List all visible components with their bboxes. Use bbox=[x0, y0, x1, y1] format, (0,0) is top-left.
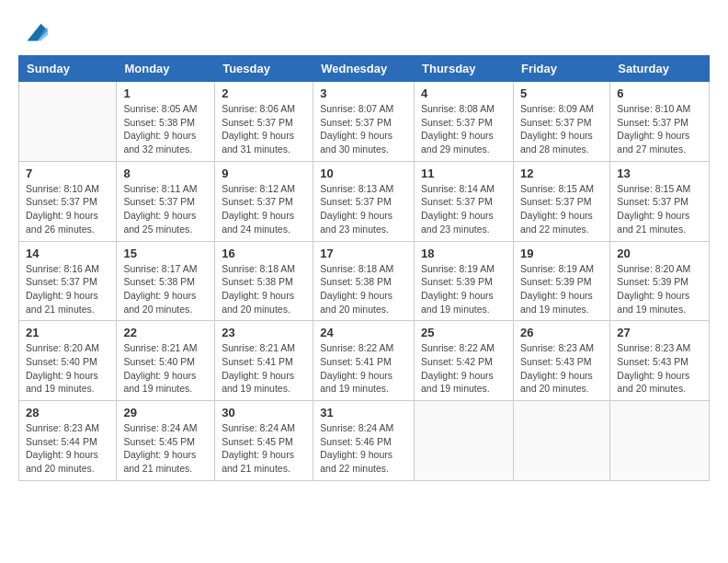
day-number: 5 bbox=[520, 86, 603, 100]
calendar-day-cell: 4Sunrise: 8:08 AMSunset: 5:37 PMDaylight… bbox=[415, 82, 514, 162]
day-info: Sunrise: 8:23 AMSunset: 5:43 PMDaylight:… bbox=[617, 341, 702, 396]
day-info: Sunrise: 8:10 AMSunset: 5:37 PMDaylight:… bbox=[26, 182, 109, 236]
day-number: 2 bbox=[222, 86, 306, 100]
day-number: 21 bbox=[26, 326, 109, 339]
calendar-week-row: 14Sunrise: 8:16 AMSunset: 5:37 PMDayligh… bbox=[19, 241, 710, 321]
day-number: 3 bbox=[320, 86, 407, 100]
day-number: 1 bbox=[123, 86, 208, 100]
day-info: Sunrise: 8:13 AMSunset: 5:37 PMDaylight:… bbox=[320, 182, 407, 236]
calendar-day-cell: 26Sunrise: 8:23 AMSunset: 5:43 PMDayligh… bbox=[513, 321, 609, 401]
day-number: 16 bbox=[222, 247, 306, 260]
empty-cell bbox=[415, 401, 514, 481]
day-info: Sunrise: 8:08 AMSunset: 5:37 PMDaylight:… bbox=[421, 102, 506, 156]
day-number: 9 bbox=[222, 167, 306, 180]
day-info: Sunrise: 8:22 AMSunset: 5:41 PMDaylight:… bbox=[320, 341, 407, 396]
day-number: 20 bbox=[617, 247, 702, 260]
weekday-header-thursday: Thursday bbox=[415, 56, 514, 82]
weekday-header-saturday: Saturday bbox=[610, 56, 710, 82]
day-info: Sunrise: 8:18 AMSunset: 5:38 PMDaylight:… bbox=[320, 262, 407, 316]
day-info: Sunrise: 8:15 AMSunset: 5:37 PMDaylight:… bbox=[617, 182, 702, 236]
day-number: 29 bbox=[123, 406, 208, 419]
calendar-day-cell: 24Sunrise: 8:22 AMSunset: 5:41 PMDayligh… bbox=[313, 321, 415, 401]
calendar-day-cell: 28Sunrise: 8:23 AMSunset: 5:44 PMDayligh… bbox=[19, 401, 117, 481]
day-number: 6 bbox=[617, 86, 702, 100]
calendar-day-cell: 11Sunrise: 8:14 AMSunset: 5:37 PMDayligh… bbox=[415, 161, 514, 241]
day-number: 26 bbox=[520, 326, 603, 339]
page-container: SundayMondayTuesdayWednesdayThursdayFrid… bbox=[0, 0, 728, 490]
calendar-day-cell: 25Sunrise: 8:22 AMSunset: 5:42 PMDayligh… bbox=[415, 321, 514, 401]
weekday-header-row: SundayMondayTuesdayWednesdayThursdayFrid… bbox=[19, 56, 710, 82]
calendar-week-row: 7Sunrise: 8:10 AMSunset: 5:37 PMDaylight… bbox=[19, 161, 710, 241]
day-info: Sunrise: 8:23 AMSunset: 5:44 PMDaylight:… bbox=[26, 421, 109, 476]
day-number: 27 bbox=[617, 326, 702, 339]
logo-icon bbox=[20, 18, 48, 46]
day-info: Sunrise: 8:20 AMSunset: 5:40 PMDaylight:… bbox=[26, 341, 109, 396]
calendar-day-cell: 23Sunrise: 8:21 AMSunset: 5:41 PMDayligh… bbox=[215, 321, 313, 401]
calendar-day-cell: 1Sunrise: 8:05 AMSunset: 5:38 PMDaylight… bbox=[117, 82, 215, 162]
day-number: 17 bbox=[320, 247, 407, 260]
calendar-day-cell: 12Sunrise: 8:15 AMSunset: 5:37 PMDayligh… bbox=[513, 161, 609, 241]
calendar-day-cell: 30Sunrise: 8:24 AMSunset: 5:45 PMDayligh… bbox=[215, 401, 313, 481]
calendar-day-cell: 16Sunrise: 8:18 AMSunset: 5:38 PMDayligh… bbox=[215, 241, 313, 321]
day-info: Sunrise: 8:15 AMSunset: 5:37 PMDaylight:… bbox=[520, 182, 603, 236]
day-info: Sunrise: 8:21 AMSunset: 5:41 PMDaylight:… bbox=[222, 341, 306, 396]
day-number: 24 bbox=[320, 326, 407, 339]
calendar-day-cell: 2Sunrise: 8:06 AMSunset: 5:37 PMDaylight… bbox=[215, 82, 313, 162]
day-number: 18 bbox=[421, 247, 506, 260]
day-info: Sunrise: 8:24 AMSunset: 5:46 PMDaylight:… bbox=[320, 421, 407, 476]
day-info: Sunrise: 8:05 AMSunset: 5:38 PMDaylight:… bbox=[123, 102, 208, 156]
day-info: Sunrise: 8:24 AMSunset: 5:45 PMDaylight:… bbox=[123, 421, 208, 476]
day-number: 4 bbox=[421, 86, 506, 100]
day-number: 7 bbox=[26, 167, 109, 180]
calendar-day-cell: 27Sunrise: 8:23 AMSunset: 5:43 PMDayligh… bbox=[610, 321, 710, 401]
calendar-week-row: 1Sunrise: 8:05 AMSunset: 5:38 PMDaylight… bbox=[19, 82, 710, 162]
day-info: Sunrise: 8:19 AMSunset: 5:39 PMDaylight:… bbox=[520, 262, 603, 316]
calendar-day-cell: 29Sunrise: 8:24 AMSunset: 5:45 PMDayligh… bbox=[117, 401, 215, 481]
calendar-day-cell: 13Sunrise: 8:15 AMSunset: 5:37 PMDayligh… bbox=[610, 161, 710, 241]
calendar-day-cell: 18Sunrise: 8:19 AMSunset: 5:39 PMDayligh… bbox=[415, 241, 514, 321]
calendar-day-cell: 8Sunrise: 8:11 AMSunset: 5:37 PMDaylight… bbox=[117, 161, 215, 241]
day-info: Sunrise: 8:06 AMSunset: 5:37 PMDaylight:… bbox=[222, 102, 306, 156]
weekday-header-monday: Monday bbox=[117, 56, 215, 82]
day-info: Sunrise: 8:16 AMSunset: 5:37 PMDaylight:… bbox=[26, 262, 109, 316]
day-info: Sunrise: 8:17 AMSunset: 5:38 PMDaylight:… bbox=[123, 262, 208, 316]
calendar-day-cell: 19Sunrise: 8:19 AMSunset: 5:39 PMDayligh… bbox=[513, 241, 609, 321]
calendar-day-cell: 10Sunrise: 8:13 AMSunset: 5:37 PMDayligh… bbox=[313, 161, 415, 241]
day-info: Sunrise: 8:22 AMSunset: 5:42 PMDaylight:… bbox=[421, 341, 506, 396]
day-info: Sunrise: 8:14 AMSunset: 5:37 PMDaylight:… bbox=[421, 182, 506, 236]
day-number: 25 bbox=[421, 326, 506, 339]
calendar-day-cell: 20Sunrise: 8:20 AMSunset: 5:39 PMDayligh… bbox=[610, 241, 710, 321]
day-info: Sunrise: 8:09 AMSunset: 5:37 PMDaylight:… bbox=[520, 102, 603, 156]
day-info: Sunrise: 8:12 AMSunset: 5:37 PMDaylight:… bbox=[222, 182, 306, 236]
day-info: Sunrise: 8:21 AMSunset: 5:40 PMDaylight:… bbox=[123, 341, 208, 396]
empty-cell bbox=[19, 82, 117, 162]
day-info: Sunrise: 8:07 AMSunset: 5:37 PMDaylight:… bbox=[320, 102, 407, 156]
day-info: Sunrise: 8:24 AMSunset: 5:45 PMDaylight:… bbox=[222, 421, 306, 476]
page-header bbox=[18, 14, 710, 46]
empty-cell bbox=[513, 401, 609, 481]
day-info: Sunrise: 8:20 AMSunset: 5:39 PMDaylight:… bbox=[617, 262, 702, 316]
calendar-day-cell: 21Sunrise: 8:20 AMSunset: 5:40 PMDayligh… bbox=[19, 321, 117, 401]
calendar-day-cell: 22Sunrise: 8:21 AMSunset: 5:40 PMDayligh… bbox=[117, 321, 215, 401]
calendar-day-cell: 31Sunrise: 8:24 AMSunset: 5:46 PMDayligh… bbox=[313, 401, 415, 481]
day-info: Sunrise: 8:11 AMSunset: 5:37 PMDaylight:… bbox=[123, 182, 208, 236]
day-number: 8 bbox=[123, 167, 208, 180]
day-info: Sunrise: 8:19 AMSunset: 5:39 PMDaylight:… bbox=[421, 262, 506, 316]
empty-cell bbox=[610, 401, 710, 481]
day-number: 11 bbox=[421, 167, 506, 180]
day-number: 10 bbox=[320, 167, 407, 180]
weekday-header-wednesday: Wednesday bbox=[313, 56, 415, 82]
day-info: Sunrise: 8:23 AMSunset: 5:43 PMDaylight:… bbox=[520, 341, 603, 396]
day-number: 15 bbox=[123, 247, 208, 260]
weekday-header-tuesday: Tuesday bbox=[215, 56, 313, 82]
day-info: Sunrise: 8:18 AMSunset: 5:38 PMDaylight:… bbox=[222, 262, 306, 316]
calendar-day-cell: 3Sunrise: 8:07 AMSunset: 5:37 PMDaylight… bbox=[313, 82, 415, 162]
day-number: 30 bbox=[222, 406, 306, 419]
calendar-day-cell: 9Sunrise: 8:12 AMSunset: 5:37 PMDaylight… bbox=[215, 161, 313, 241]
day-number: 19 bbox=[520, 247, 603, 260]
weekday-header-friday: Friday bbox=[513, 56, 609, 82]
day-info: Sunrise: 8:10 AMSunset: 5:37 PMDaylight:… bbox=[617, 102, 702, 156]
day-number: 14 bbox=[26, 247, 109, 260]
day-number: 23 bbox=[222, 326, 306, 339]
day-number: 22 bbox=[123, 326, 208, 339]
